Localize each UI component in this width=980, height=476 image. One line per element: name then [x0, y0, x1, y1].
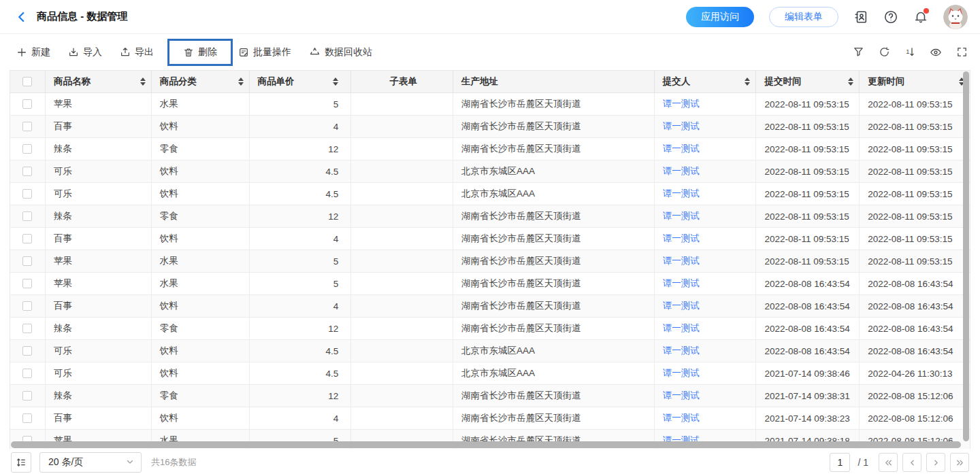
select-all-checkbox[interactable] — [22, 77, 32, 86]
page-number-input[interactable] — [830, 453, 850, 472]
prev-page-icon[interactable] — [902, 453, 921, 472]
help-icon[interactable] — [883, 10, 898, 24]
cell-product-price: 4 — [250, 407, 352, 429]
last-page-icon[interactable] — [950, 453, 969, 472]
user-avatar[interactable] — [943, 5, 968, 29]
submitter-link[interactable]: 谭一测试 — [663, 210, 700, 222]
submitter-link[interactable]: 谭一测试 — [663, 188, 700, 200]
next-page-icon[interactable] — [926, 453, 945, 472]
row-checkbox[interactable] — [22, 122, 32, 131]
table-row[interactable]: 百事 饮料 4 湖南省长沙市岳麓区天顶街道 谭一测试 2022-08-11 09… — [10, 228, 970, 250]
submitter-link[interactable]: 谭一测试 — [663, 143, 700, 155]
submitter-link[interactable]: 谭一测试 — [663, 98, 700, 110]
horizontal-scrollbar[interactable] — [11, 441, 961, 448]
row-checkbox-cell — [10, 160, 46, 182]
refresh-icon[interactable] — [878, 46, 890, 58]
cell-submitter: 谭一测试 — [655, 407, 757, 429]
cell-production-address: 湖南省长沙市岳麓区天顶街道 — [453, 318, 655, 339]
row-checkbox[interactable] — [22, 234, 32, 243]
batch-edit-icon — [238, 47, 249, 58]
table-row[interactable]: 苹果 水果 5 湖南省长沙市岳麓区天顶街道 谭一测试 2022-08-11 09… — [10, 93, 970, 116]
row-checkbox[interactable] — [22, 279, 32, 288]
sort-icon[interactable]: 1 — [904, 46, 916, 58]
submitter-link[interactable]: 谭一测试 — [663, 322, 700, 335]
row-checkbox[interactable] — [22, 189, 32, 199]
column-header-product-category[interactable]: 商品分类 — [152, 71, 250, 92]
column-header-submitter[interactable]: 提交人 — [655, 71, 757, 92]
cell-submitter: 谭一测试 — [655, 250, 757, 272]
cell-submitter: 谭一测试 — [655, 228, 757, 250]
row-checkbox[interactable] — [22, 256, 32, 266]
column-header-product-price[interactable]: 商品单价 — [250, 71, 352, 92]
table-row[interactable]: 百事 饮料 4 湖南省长沙市岳麓区天顶街道 谭一测试 2022-08-08 16… — [10, 295, 970, 318]
import-button[interactable]: 导入 — [68, 46, 102, 58]
app-access-button[interactable]: 应用访问 — [686, 7, 754, 27]
row-checkbox[interactable] — [22, 324, 32, 333]
batch-operation-button[interactable]: 批量操作 — [238, 46, 291, 58]
cell-product-name: 辣条 — [46, 318, 152, 339]
fullscreen-icon[interactable] — [956, 46, 968, 58]
cell-submitter: 谭一测试 — [655, 318, 757, 339]
table-row[interactable]: 辣条 零食 12 湖南省长沙市岳麓区天顶街道 谭一测试 2022-08-11 0… — [10, 205, 970, 228]
table-row[interactable]: 可乐 饮料 4.5 北京市东城区AAA 谭一测试 2022-08-08 16:4… — [10, 340, 970, 362]
table-row[interactable]: 辣条 零食 12 湖南省长沙市岳麓区天顶街道 谭一测试 2021-07-14 0… — [10, 385, 970, 407]
table-row[interactable]: 辣条 零食 12 湖南省长沙市岳麓区天顶街道 谭一测试 2022-08-11 0… — [10, 138, 970, 160]
recycle-bin-button[interactable]: 数据回收站 — [309, 46, 372, 58]
sort-caret-icon[interactable] — [333, 78, 338, 86]
row-checkbox[interactable] — [22, 346, 32, 356]
address-book-icon[interactable] — [853, 10, 868, 24]
submitter-link[interactable]: 谭一测试 — [663, 277, 700, 290]
cell-submitter: 谭一测试 — [655, 183, 757, 205]
row-checkbox[interactable] — [22, 99, 32, 109]
row-checkbox[interactable] — [22, 391, 32, 401]
submitter-link[interactable]: 谭一测试 — [663, 165, 700, 177]
table-row[interactable]: 苹果 水果 5 湖南省长沙市岳麓区天顶街道 谭一测试 2022-08-08 16… — [10, 273, 970, 295]
row-checkbox[interactable] — [22, 301, 32, 311]
sort-caret-icon[interactable] — [140, 78, 146, 86]
table-row[interactable]: 可乐 饮料 4.5 北京市东城区AAA 谭一测试 2022-08-11 09:5… — [10, 183, 970, 205]
table-row[interactable]: 苹果 水果 5 湖南省长沙市岳麓区天顶街道 谭一测试 2022-08-11 09… — [10, 250, 970, 273]
sort-caret-icon[interactable] — [848, 78, 853, 86]
submitter-link[interactable]: 谭一测试 — [663, 390, 700, 402]
cell-product-price: 4 — [250, 116, 352, 137]
submitter-link[interactable]: 谭一测试 — [663, 120, 700, 133]
sort-caret-icon[interactable] — [745, 78, 750, 86]
row-checkbox[interactable] — [22, 413, 32, 423]
delete-button[interactable]: 删除 — [183, 46, 217, 58]
cell-product-name: 可乐 — [46, 183, 152, 205]
column-header-subform[interactable]: 子表单 — [351, 71, 453, 92]
submitter-link[interactable]: 谭一测试 — [663, 412, 700, 424]
row-checkbox[interactable] — [22, 369, 32, 378]
table-row[interactable]: 可乐 饮料 4.5 北京市东城区AAA 谭一测试 2021-07-14 09:3… — [10, 362, 970, 385]
visibility-icon[interactable] — [930, 46, 942, 58]
sort-caret-icon[interactable] — [238, 78, 244, 86]
export-button[interactable]: 导出 — [120, 46, 154, 58]
column-header-production-address[interactable]: 生产地址 — [453, 71, 655, 92]
vertical-scrollbar[interactable] — [963, 71, 969, 441]
cell-product-name: 百事 — [46, 228, 152, 250]
back-icon[interactable] — [14, 9, 30, 25]
notification-bell-icon[interactable] — [913, 10, 928, 24]
column-header-update-time[interactable]: 更新时间 — [860, 71, 970, 92]
submitter-link[interactable]: 谭一测试 — [663, 233, 700, 245]
submitter-link[interactable]: 谭一测试 — [663, 345, 700, 357]
edit-form-button[interactable]: 编辑表单 — [769, 7, 838, 27]
total-records-text: 共16条数据 — [151, 456, 196, 469]
submitter-link[interactable]: 谭一测试 — [663, 300, 700, 312]
first-page-icon[interactable] — [879, 453, 898, 472]
submitter-link[interactable]: 谭一测试 — [663, 367, 700, 379]
row-checkbox[interactable] — [22, 211, 32, 221]
table-row[interactable]: 辣条 零食 12 湖南省长沙市岳麓区天顶街道 谭一测试 2022-08-08 1… — [10, 318, 970, 340]
row-height-icon[interactable] — [11, 452, 31, 473]
row-checkbox[interactable] — [22, 144, 32, 154]
filter-icon[interactable] — [852, 46, 864, 58]
column-header-product-name[interactable]: 商品名称 — [46, 71, 152, 92]
page-size-select[interactable]: 20 条/页 — [39, 452, 142, 473]
table-row[interactable]: 可乐 饮料 4.5 北京市东城区AAA 谭一测试 2022-08-11 09:5… — [10, 160, 970, 183]
submitter-link[interactable]: 谭一测试 — [663, 255, 700, 267]
table-row[interactable]: 百事 饮料 4 湖南省长沙市岳麓区天顶街道 谭一测试 2022-08-11 09… — [10, 116, 970, 138]
row-checkbox[interactable] — [22, 167, 32, 176]
new-record-button[interactable]: 新建 — [16, 46, 50, 58]
table-row[interactable]: 百事 饮料 4 湖南省长沙市岳麓区天顶街道 谭一测试 2021-07-14 09… — [10, 407, 970, 430]
column-header-submit-time[interactable]: 提交时间 — [756, 71, 860, 92]
